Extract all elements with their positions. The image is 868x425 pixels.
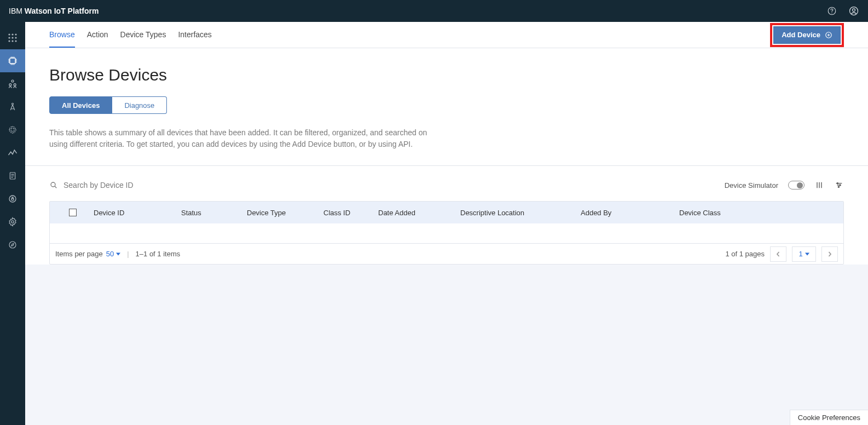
th-device-type[interactable]: Device Type: [242, 209, 319, 217]
svg-point-12: [15, 40, 16, 42]
chevron-down-icon: [116, 252, 120, 256]
main-area: Browse Action Device Types Interfaces Ad…: [25, 22, 868, 425]
prev-page-button[interactable]: [770, 246, 786, 262]
svg-point-4: [8, 33, 10, 35]
items-range: 1–1 of 1 items: [136, 250, 181, 258]
table-header: Device ID Status Device Type Class ID Da…: [50, 202, 843, 223]
svg-rect-13: [10, 58, 15, 64]
nav-members-icon[interactable]: [0, 72, 25, 95]
svg-point-18: [9, 127, 16, 133]
svg-point-10: [8, 40, 10, 42]
nav-devices-icon[interactable]: [0, 49, 25, 72]
svg-point-14: [11, 80, 14, 82]
pages-range: 1 of 1 pages: [725, 250, 765, 258]
svg-point-20: [11, 127, 14, 133]
select-all-checkbox[interactable]: [69, 209, 77, 216]
brand-name: Watson IoT Platform: [25, 7, 99, 15]
filter-icon[interactable]: [834, 180, 844, 190]
svg-point-8: [11, 37, 13, 38]
help-icon[interactable]: [826, 5, 837, 16]
th-class-id[interactable]: Class ID: [319, 209, 374, 217]
th-descriptive-location[interactable]: Descriptive Location: [456, 209, 576, 217]
segment-all-devices[interactable]: All Devices: [49, 96, 112, 114]
svg-point-28: [837, 183, 838, 184]
table-body-empty: [50, 223, 843, 243]
table-toolbar: Device Simulator: [49, 166, 844, 201]
paginator: Items per page 50 | 1–1 of 1 items 1 of …: [50, 243, 843, 264]
nav-usage-icon[interactable]: [0, 141, 25, 164]
th-device-class[interactable]: Device Class: [675, 209, 837, 217]
user-icon[interactable]: [848, 5, 859, 16]
top-bar-right: [826, 5, 859, 16]
svg-point-24: [11, 221, 14, 223]
segment-control: All Devices Diagnose: [49, 96, 167, 114]
brand: IBM Watson IoT Platform: [9, 7, 99, 15]
svg-point-16: [14, 84, 16, 86]
nav-settings-icon[interactable]: [0, 210, 25, 233]
search-icon: [49, 181, 58, 189]
tab-interfaces[interactable]: Interfaces: [178, 22, 211, 48]
svg-point-30: [838, 186, 839, 187]
tab-row: Browse Action Device Types Interfaces Ad…: [25, 22, 868, 48]
devices-table: Device ID Status Device Type Class ID Da…: [49, 201, 844, 265]
nav-security-icon[interactable]: [0, 187, 25, 210]
svg-rect-23: [11, 198, 14, 200]
search-box[interactable]: [49, 181, 206, 189]
segment-diagnose[interactable]: Diagnose: [112, 96, 167, 114]
top-bar: IBM Watson IoT Platform: [0, 0, 868, 22]
next-page-button[interactable]: [821, 246, 838, 262]
device-simulator-toggle[interactable]: [788, 181, 805, 189]
add-device-highlight: Add Device: [770, 23, 844, 47]
svg-point-29: [840, 185, 841, 186]
page-description: This table shows a summary of all device…: [49, 127, 443, 150]
side-nav: [0, 22, 25, 425]
chevron-down-icon: [805, 252, 809, 256]
svg-point-19: [9, 128, 16, 131]
add-device-label: Add Device: [782, 31, 820, 39]
nav-explore-icon[interactable]: [0, 233, 25, 256]
search-input[interactable]: [63, 181, 206, 189]
nav-compass-icon[interactable]: [0, 95, 25, 118]
th-device-id[interactable]: Device ID: [89, 209, 177, 217]
tab-browse[interactable]: Browse: [49, 22, 75, 48]
svg-point-9: [15, 37, 16, 38]
svg-point-2: [850, 7, 858, 15]
th-added-by[interactable]: Added By: [576, 209, 675, 217]
svg-point-17: [12, 103, 14, 105]
nav-apps-icon[interactable]: [0, 26, 25, 49]
empty-region: [25, 265, 868, 425]
tab-action[interactable]: Action: [87, 22, 108, 48]
brand-prefix: IBM: [9, 7, 25, 15]
svg-point-7: [8, 37, 10, 38]
svg-point-22: [9, 196, 16, 202]
columns-icon[interactable]: [814, 180, 824, 190]
nav-globe-icon[interactable]: [0, 118, 25, 141]
th-status[interactable]: Status: [177, 209, 242, 217]
svg-point-15: [9, 84, 11, 86]
content-area: Browse Devices All Devices Diagnose This…: [25, 48, 868, 265]
page-title: Browse Devices: [49, 66, 844, 84]
svg-point-27: [51, 182, 55, 187]
tab-device-types[interactable]: Device Types: [120, 22, 166, 48]
page-select[interactable]: 1: [792, 246, 816, 262]
svg-point-3: [853, 9, 855, 12]
svg-point-25: [9, 242, 16, 248]
device-simulator-label: Device Simulator: [725, 181, 778, 189]
svg-point-5: [11, 33, 13, 35]
svg-point-1: [831, 13, 832, 13]
add-device-button[interactable]: Add Device: [773, 26, 841, 44]
svg-point-6: [15, 33, 16, 35]
items-per-page-label: Items per page: [55, 250, 103, 258]
nav-logs-icon[interactable]: [0, 164, 25, 187]
items-per-page-select[interactable]: 50: [106, 250, 120, 258]
svg-point-11: [11, 40, 13, 42]
cookie-preferences-button[interactable]: Cookie Preferences: [790, 410, 868, 425]
plus-circle-icon: [825, 31, 832, 39]
th-date-added[interactable]: Date Added: [374, 209, 456, 217]
